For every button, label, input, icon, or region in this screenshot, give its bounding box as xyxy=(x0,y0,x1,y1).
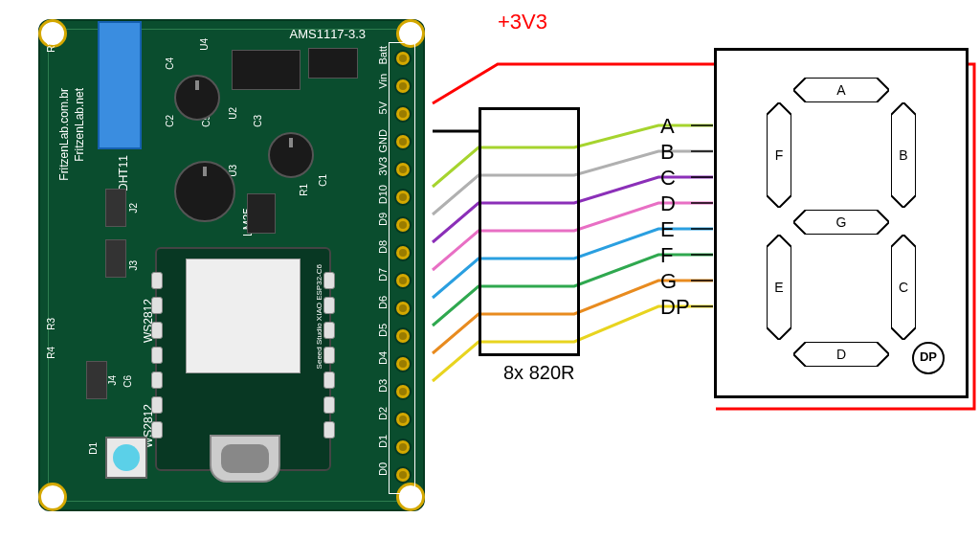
pin-label-batt: Batt xyxy=(377,46,389,65)
pin-label-d10: D10 xyxy=(377,185,389,204)
label-b: B xyxy=(660,139,690,165)
silk-c6: C6 xyxy=(122,375,133,388)
capacitor xyxy=(174,161,235,222)
header-pin-5v xyxy=(394,105,412,123)
header-pin-d2 xyxy=(394,411,412,428)
segment-c: C xyxy=(891,235,916,340)
pin-label-3v3: 3V3 xyxy=(377,157,389,176)
pin-label-d5: D5 xyxy=(377,324,389,337)
seven-segment-display: A G D F B E C DP xyxy=(714,48,969,398)
pin-label-d7: D7 xyxy=(377,268,389,281)
voltage-regulator xyxy=(232,50,301,90)
segment-f: F xyxy=(767,102,791,208)
xiao-module: Seeed Studio XIAO ESP32-C6 xyxy=(155,247,331,471)
silk-url1: FritzenLab.net xyxy=(73,88,86,162)
label-d: D xyxy=(660,191,690,216)
label-f: F xyxy=(660,242,690,268)
jumper-j4 xyxy=(86,361,107,399)
header-pin-d0 xyxy=(394,466,412,484)
silk-r3: R3 xyxy=(46,318,56,330)
silk-c2: C2 xyxy=(165,115,175,127)
usb-c-port xyxy=(210,435,280,483)
silk-c4: C4 xyxy=(165,57,175,70)
label-e: E xyxy=(660,216,690,242)
jumper-j2 xyxy=(105,189,126,227)
silk-j2: J2 xyxy=(128,203,139,214)
silk-ams: AMS1117-3.3 xyxy=(290,27,367,41)
header-pin-d5 xyxy=(394,327,412,345)
header-pin-d1 xyxy=(394,439,412,456)
segment-g: G xyxy=(793,210,889,235)
header-pin-d10 xyxy=(394,189,412,206)
silk-r1: R1 xyxy=(299,184,309,196)
label-c: C xyxy=(660,165,690,191)
segment-b: B xyxy=(891,102,916,208)
segment-d: D xyxy=(793,342,889,367)
pcb-board: FritzenLab.net FritzenLab.com.br DHT11 L… xyxy=(38,19,425,511)
pin-label-d0: D0 xyxy=(377,462,389,476)
power-label: +3V3 xyxy=(498,10,547,34)
dht11-sensor xyxy=(98,21,142,149)
label-a: A xyxy=(660,113,690,139)
silk-dht11: DHT11 xyxy=(117,155,130,191)
header-pin-d6 xyxy=(394,300,412,317)
pin-label-d1: D1 xyxy=(377,435,389,448)
capacitor xyxy=(174,75,220,121)
ws2812-led xyxy=(105,437,147,479)
pin-label-d6: D6 xyxy=(377,296,389,309)
segment-e: E xyxy=(767,235,791,340)
pin-label-d2: D2 xyxy=(377,407,389,420)
silk-xiao: Seeed Studio XIAO ESP32-C6 xyxy=(315,264,323,369)
silk-r2: R2 xyxy=(46,40,56,53)
header-pin-3v3 xyxy=(394,161,412,178)
pin-label-5v: 5V xyxy=(377,101,389,114)
pin-label-d9: D9 xyxy=(377,213,389,226)
segment-pin-labels: A B C D E F G DP xyxy=(660,113,690,320)
rf-shield xyxy=(186,259,301,373)
label-dp: DP xyxy=(660,294,690,320)
smd-component xyxy=(308,48,358,79)
header-pin-batt xyxy=(394,50,412,67)
header-pin-gnd xyxy=(394,133,412,150)
lm35-chip xyxy=(247,193,276,234)
pin-label-d4: D4 xyxy=(377,351,389,365)
segment-a: A xyxy=(793,78,889,102)
header-pin-d4 xyxy=(394,355,412,372)
resistor-array xyxy=(479,107,580,356)
silk-j4: J4 xyxy=(107,375,118,386)
resistor-label: 8x 820R xyxy=(503,362,575,384)
segment-dp: DP xyxy=(912,342,945,374)
header-pin-d3 xyxy=(394,383,412,400)
pin-label-d3: D3 xyxy=(377,379,389,393)
jumper-j3 xyxy=(105,239,126,278)
silk-c3: C3 xyxy=(253,115,263,127)
silk-j3: J3 xyxy=(128,260,139,271)
header-pin-d8 xyxy=(394,244,412,261)
pin-label-d8: D8 xyxy=(377,240,389,254)
silk-url2: FritzenLab.com.br xyxy=(57,88,71,181)
silk-r4: R4 xyxy=(46,347,56,359)
silk-d1: D1 xyxy=(88,442,99,455)
header-pin-d7 xyxy=(394,272,412,289)
silk-u2: U2 xyxy=(228,107,238,120)
pin-label-vin: Vin xyxy=(377,74,389,89)
silk-c1: C1 xyxy=(318,174,328,187)
header-pin-vin xyxy=(394,78,412,95)
silk-u4: U4 xyxy=(199,38,210,51)
capacitor xyxy=(268,132,314,178)
label-g: G xyxy=(660,268,690,294)
header-pin-d9 xyxy=(394,216,412,234)
pin-label-gnd: GND xyxy=(377,129,389,152)
